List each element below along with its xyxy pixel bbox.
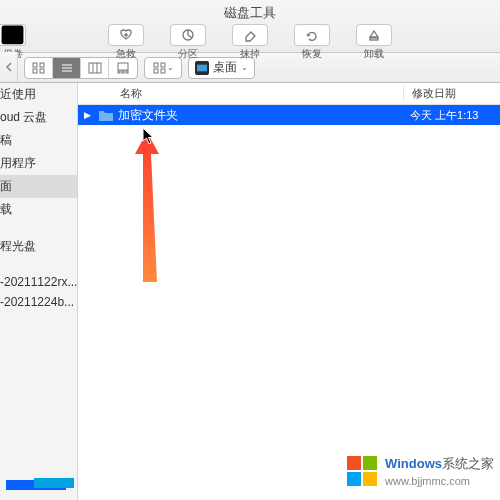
svg-rect-23	[154, 63, 158, 67]
sidebar-item[interactable]: 稿	[0, 129, 77, 152]
sidebar-item-selected[interactable]: 面	[0, 175, 77, 198]
sidebar-item[interactable]: 载	[0, 198, 77, 221]
restore-button[interactable]	[294, 24, 330, 46]
column-date[interactable]: 修改日期	[404, 86, 500, 101]
partition-label: 分区	[178, 47, 198, 61]
svg-rect-9	[33, 63, 37, 67]
svg-line-6	[188, 35, 192, 38]
svg-rect-30	[34, 478, 74, 488]
sidebar-item[interactable]: -20211122rx...	[0, 272, 77, 292]
folder-icon	[98, 109, 114, 122]
chevron-down-icon: ⌄	[241, 63, 248, 72]
svg-rect-10	[40, 63, 44, 67]
watermark: Windows系统之家 www.bjjmmc.com	[345, 454, 494, 488]
svg-rect-25	[154, 69, 158, 73]
table-row[interactable]: ▶ 加密文件夹 今天 上午1:13	[78, 105, 500, 125]
sidebar-item[interactable]: 程光盘	[0, 235, 77, 258]
disclosure-triangle-icon[interactable]: ▶	[84, 110, 94, 120]
sidebar-item[interactable]: -20211224b...	[0, 292, 77, 312]
content: 近使用 oud 云盘 稿 用程序 面 载 程光盘 -20211122rx... …	[0, 83, 500, 500]
restore-label: 恢复	[302, 47, 322, 61]
location-label: 桌面	[213, 59, 237, 76]
window-title: 磁盘工具	[0, 0, 500, 22]
titlebar: 磁盘工具 仅卷 急救 分区 抹掉 恢复 卸载	[0, 0, 500, 53]
sidebar-toggle-button[interactable]	[0, 24, 26, 46]
partition-button[interactable]	[170, 24, 206, 46]
file-date: 今天 上午1:13	[404, 108, 500, 123]
sidebar-item[interactable]: 用程序	[0, 152, 77, 175]
unmount-button[interactable]	[356, 24, 392, 46]
svg-rect-0	[2, 26, 24, 45]
column-headers[interactable]: 名称 修改日期	[78, 83, 500, 105]
erase-label: 抹掉	[240, 47, 260, 61]
file-name: 加密文件夹	[118, 107, 404, 124]
nav-back-button[interactable]	[0, 52, 18, 82]
sidebar-item[interactable]: 近使用	[0, 83, 77, 106]
sidebar-item[interactable]: oud 云盘	[0, 106, 77, 129]
svg-rect-16	[89, 63, 101, 73]
svg-rect-27	[197, 64, 207, 71]
toolbar: 急救 分区 抹掉 恢复 卸载	[0, 24, 500, 61]
svg-rect-12	[40, 69, 44, 73]
attribution-bars	[6, 478, 74, 492]
column-name[interactable]: 名称	[78, 86, 404, 101]
svg-rect-24	[161, 63, 165, 67]
svg-rect-11	[33, 69, 37, 73]
svg-rect-8	[370, 38, 378, 40]
mouse-cursor-icon	[142, 127, 156, 149]
svg-marker-7	[370, 31, 378, 37]
erase-button[interactable]	[232, 24, 268, 46]
svg-rect-22	[126, 71, 128, 73]
first-aid-label: 急救	[116, 47, 136, 61]
first-aid-button[interactable]	[108, 24, 144, 46]
svg-rect-19	[118, 63, 128, 70]
svg-rect-20	[118, 71, 120, 73]
windows-logo-icon	[345, 454, 379, 488]
sidebar[interactable]: 近使用 oud 云盘 稿 用程序 面 载 程光盘 -20211122rx... …	[0, 83, 78, 500]
desktop-icon	[195, 61, 209, 75]
svg-rect-21	[122, 71, 124, 73]
watermark-text: Windows系统之家 www.bjjmmc.com	[385, 455, 494, 488]
unmount-label: 卸载	[364, 47, 384, 61]
svg-rect-26	[161, 69, 165, 73]
